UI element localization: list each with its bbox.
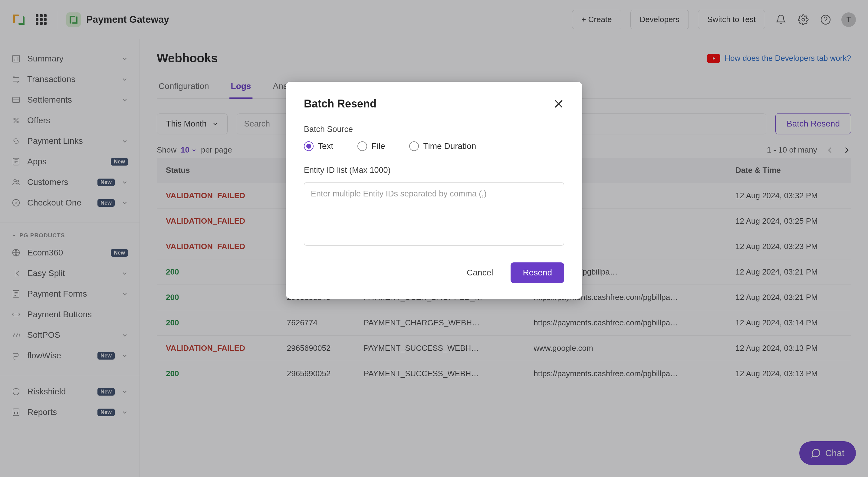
batch-source-label: Batch Source (304, 125, 564, 134)
radio-label: File (371, 141, 385, 151)
entity-id-label: Entity ID list (Max 1000) (304, 165, 564, 175)
radio-label: Text (318, 141, 333, 151)
radio-icon (358, 141, 367, 151)
modal-title: Batch Resend (304, 97, 376, 110)
batch-resend-modal: Batch Resend Batch Source Text File Time… (286, 82, 582, 299)
radio-text[interactable]: Text (304, 141, 333, 151)
resend-button[interactable]: Resend (510, 262, 564, 283)
radio-label: Time Duration (423, 141, 476, 151)
close-icon[interactable] (553, 98, 564, 109)
radio-icon (304, 141, 314, 151)
modal-overlay[interactable]: Batch Resend Batch Source Text File Time… (0, 0, 868, 477)
cancel-button[interactable]: Cancel (458, 262, 502, 283)
radio-time-duration[interactable]: Time Duration (409, 141, 476, 151)
radio-file[interactable]: File (358, 141, 385, 151)
radio-icon (409, 141, 419, 151)
entity-id-textarea[interactable] (304, 182, 564, 246)
